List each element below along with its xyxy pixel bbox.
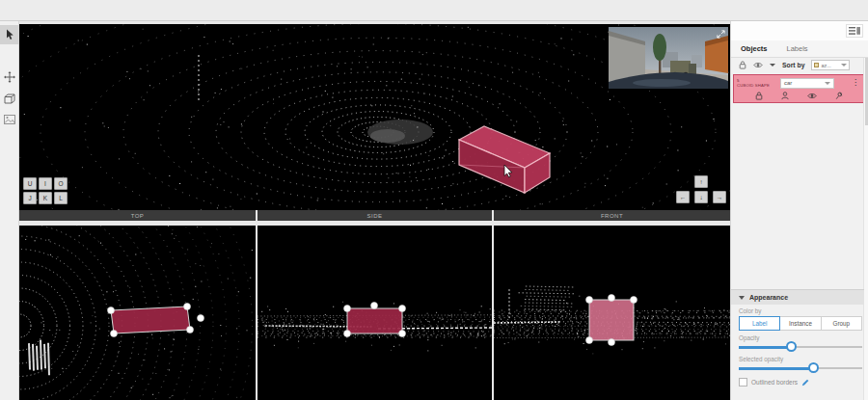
pan-tool-button[interactable] [0,67,19,87]
slider-fill [739,346,791,349]
panel-layout-button[interactable] [846,24,863,38]
right-panel-header [731,21,868,40]
right-panel: Objects Labels Sort by az... 5 CUBOID SH… [730,21,868,400]
front-view-label: FRONT [494,210,730,221]
move-icon [4,71,15,83]
object-class-select[interactable]: car [780,78,834,89]
panel-scrollbar[interactable] [863,58,868,400]
object-visibility-button[interactable] [807,93,817,99]
arrow-right-key[interactable]: → [713,191,726,203]
object-shape-label: CUBOID SHAPE [737,83,777,88]
cuboid-icon [4,93,15,104]
camera-preview[interactable] [609,27,728,89]
object-class-value: car [784,80,825,86]
cuboid-annotation-top [108,304,204,337]
ortho-label-strip: TOP SIDE FRONT [19,210,730,221]
person-icon [781,92,789,100]
cursor-icon [5,29,15,40]
visibility-all-button[interactable] [753,62,763,68]
object-pin-button[interactable] [835,92,843,100]
cuboid-annotation-side [344,303,406,337]
lock-icon [739,61,746,69]
pin-icon [835,92,843,100]
image-icon [4,115,15,124]
rotation-hotkeys: U I O J K L [23,177,68,204]
left-toolbar [0,21,19,400]
expand-all-button[interactable] [770,64,775,67]
hotkey-l[interactable]: L [54,192,68,204]
chevron-down-icon [841,64,847,67]
camera-scene [609,27,728,89]
sort-select[interactable]: az... [811,60,850,70]
pan-arrow-keys: ↑ ← ↓ → [676,175,726,204]
arrow-down-key[interactable]: ↓ [694,191,708,203]
outlined-borders-checkbox[interactable] [739,378,747,387]
lock-all-button[interactable] [739,61,746,69]
sort-by-label: Sort by [782,62,804,68]
objects-toolbar: Sort by az... [731,58,868,72]
topbar [0,0,868,21]
right-panel-tabs: Objects Labels [731,40,868,58]
color-by-label: Color by [739,307,761,314]
point-cloud-3d-view[interactable]: U I O J K L ↑ ← ↓ → [19,24,730,210]
cuboid-tool-button[interactable] [0,89,19,108]
selected-opacity-label: Selected opacity [739,356,783,362]
side-view-label: SIDE [258,210,492,221]
image-tool-button[interactable] [0,110,19,129]
object-author-button[interactable] [781,92,789,100]
top-view-label: TOP [19,210,256,221]
hotkey-k[interactable]: K [39,192,52,204]
side-ortho-view[interactable] [258,226,492,400]
eye-icon [753,62,763,68]
tab-labels[interactable]: Labels [777,40,818,57]
appearance-title: Appearance [749,294,788,301]
hotkey-u[interactable]: U [23,177,37,190]
selected-opacity-slider-handle[interactable] [808,362,819,373]
tab-objects[interactable]: Objects [731,40,777,57]
object-menu-button[interactable]: ⋮ [851,79,860,87]
opacity-slider-handle[interactable] [786,341,797,352]
sort-mode-icon [814,63,819,67]
hotkey-j[interactable]: J [23,192,37,204]
arrow-left-key[interactable]: ← [676,191,690,203]
opacity-label: Opacity [739,334,759,341]
color-by-group: Label Instance Group [739,316,862,331]
sort-select-value: az... [821,63,839,68]
cuboid-annotation-front [586,295,637,346]
top-ortho-view[interactable] [19,226,256,400]
appearance-section-header[interactable]: Appearance [731,289,864,305]
panel-layout-icon [849,26,860,36]
lock-icon [755,92,763,100]
object-card-car[interactable]: 5 CUBOID SHAPE car ⋮ [733,74,864,103]
expand-icon[interactable] [717,30,725,39]
front-ortho-view[interactable] [494,226,730,400]
edit-pencil-icon[interactable] [801,379,809,387]
color-by-label-button[interactable]: Label [739,316,780,331]
color-by-group-button[interactable]: Group [822,316,862,331]
cuboid-annotation-3d [459,126,550,193]
outlined-borders-label: Outlined borders [751,379,798,386]
object-lock-button[interactable] [755,92,763,100]
arrow-up-key[interactable]: ↑ [694,175,708,188]
chevron-down-icon [825,82,830,85]
color-by-instance-button[interactable]: Instance [780,316,821,331]
opacity-slider[interactable] [739,342,862,352]
hotkey-o[interactable]: O [54,177,68,190]
chevron-down-icon [770,64,775,67]
chevron-down-icon [739,296,745,300]
hotkey-i[interactable]: I [39,177,52,190]
eye-icon [807,93,817,99]
slider-fill [739,367,813,370]
selected-opacity-slider[interactable] [739,363,862,373]
select-tool-button[interactable] [0,25,19,44]
